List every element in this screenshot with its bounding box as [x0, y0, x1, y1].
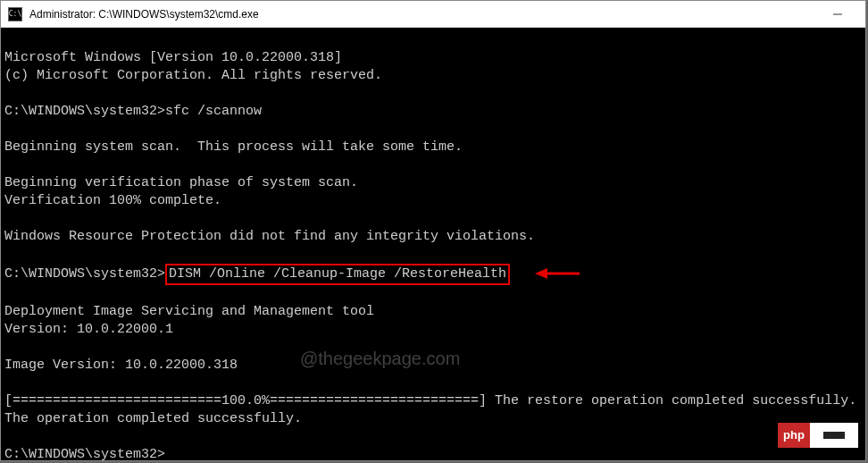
prompt-path: C:\WINDOWS\system32>	[4, 266, 165, 282]
svg-marker-2	[535, 268, 547, 279]
minimize-button[interactable]	[822, 4, 853, 25]
image-version-line: Image Version: 10.0.22000.318	[4, 358, 238, 373]
progress-line: [==========================100.0%=======…	[4, 393, 856, 408]
php-badge: php	[778, 423, 858, 448]
prompt-path: C:\WINDOWS\system32>	[4, 447, 165, 460]
arrow-icon	[533, 265, 581, 282]
titlebar[interactable]: C:\ Administrator: C:\WINDOWS\system32\c…	[1, 1, 865, 28]
verify-begin-line: Beginning verification phase of system s…	[4, 175, 358, 190]
os-version-line: Microsoft Windows [Version 10.0.22000.31…	[4, 50, 342, 65]
scan-begin-line: Beginning system scan. This process will…	[4, 139, 463, 155]
watermark-text: @thegeekpage.com	[300, 349, 460, 367]
badge-bar-icon	[823, 432, 845, 439]
cmd-window: C:\ Administrator: C:\WINDOWS\system32\c…	[0, 0, 866, 461]
copyright-line: (c) Microsoft Corporation. All rights re…	[4, 68, 382, 83]
prompt-path: C:\WINDOWS\system32>	[4, 104, 165, 119]
window-title: Administrator: C:\WINDOWS\system32\cmd.e…	[29, 8, 822, 21]
php-badge-right	[810, 423, 858, 448]
operation-done-line: The operation completed successfully.	[4, 411, 302, 426]
php-badge-label: php	[778, 423, 810, 448]
verify-complete-line: Verification 100% complete.	[4, 193, 221, 208]
dism-title-line: Deployment Image Servicing and Managemen…	[4, 304, 374, 319]
window-controls	[822, 4, 858, 25]
wrp-result-line: Windows Resource Protection did not find…	[4, 229, 535, 244]
dism-command-highlighted: DISM /Online /Cleanup-Image /RestoreHeal…	[165, 264, 510, 285]
sfc-command: sfc /scannow	[165, 104, 262, 119]
dism-version-line: Version: 10.0.22000.1	[4, 322, 173, 337]
cmd-icon-text: C:\	[9, 10, 21, 18]
terminal-area[interactable]: Microsoft Windows [Version 10.0.22000.31…	[1, 28, 865, 460]
cmd-icon: C:\	[8, 7, 22, 21]
